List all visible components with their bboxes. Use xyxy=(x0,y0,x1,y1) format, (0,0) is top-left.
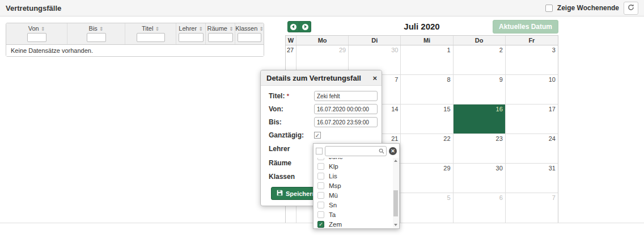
calendar-day-cell[interactable]: 24 xyxy=(506,134,558,163)
calendar-day-cell[interactable]: 15 xyxy=(401,105,453,133)
scrollbar-thumb[interactable] xyxy=(393,190,398,217)
dropdown-option[interactable]: Ta xyxy=(313,210,399,219)
sort-icon[interactable]: ⇕ xyxy=(155,26,159,32)
option-checkbox[interactable] xyxy=(317,163,324,170)
calendar-day-cell[interactable]: 16 xyxy=(454,105,506,133)
day-header-cell: Mo xyxy=(296,36,349,45)
option-label: Msp xyxy=(329,182,341,189)
dropdown-option[interactable]: Lis xyxy=(313,171,399,181)
save-icon xyxy=(277,190,283,197)
calendar-day-cell[interactable]: 2 xyxy=(454,45,506,74)
option-checkbox[interactable] xyxy=(317,211,324,218)
show-weekend-checkbox[interactable] xyxy=(545,5,553,12)
calendar-day-cell[interactable]: 1 xyxy=(401,45,453,74)
refresh-icon xyxy=(628,3,634,13)
option-checkbox[interactable] xyxy=(317,202,324,208)
option-label: Zem xyxy=(329,221,342,228)
titel-input[interactable] xyxy=(314,91,378,101)
calendar-day-cell[interactable]: 22 xyxy=(401,134,453,163)
calendar-day-cell[interactable]: 30 xyxy=(454,164,506,193)
modal-title: Details zum Vertretungsfall xyxy=(266,74,361,82)
calendar-day-cell[interactable]: 6 xyxy=(454,193,506,223)
sort-icon[interactable]: ⇕ xyxy=(198,26,203,32)
calendar-day-cell[interactable]: 9 xyxy=(454,75,506,104)
top-bar-right: Zeige Wochenende xyxy=(545,2,638,15)
titel-row: Titel: * xyxy=(269,91,376,101)
calendar-nav-buttons xyxy=(287,21,311,32)
option-label: Ta xyxy=(329,211,336,218)
raeume-label: Räume xyxy=(269,159,314,167)
arrow-circle-left-icon xyxy=(290,24,296,30)
top-bar: Vertretungsfälle Zeige Wochenende xyxy=(0,0,644,16)
calendar-day-cell[interactable]: 31 xyxy=(506,164,558,193)
dropdown-option-list: Juhe Klp Lis Msp Mü Sn Ta ✓ Zem xyxy=(313,158,399,228)
bis-label: Bis: xyxy=(269,118,314,126)
page-title: Vertretungsfälle xyxy=(6,4,61,12)
table-column-header[interactable]: Räume⇕ xyxy=(206,23,235,44)
calendar-day-cell[interactable]: 8 xyxy=(401,75,453,104)
option-label: Lis xyxy=(329,173,337,179)
next-month-button[interactable] xyxy=(299,21,311,32)
show-weekend-label: Zeige Wochenende xyxy=(557,4,619,12)
table-column-header[interactable]: Titel⇕ xyxy=(125,23,176,44)
clear-search-button[interactable]: ✕ xyxy=(389,147,397,155)
column-filter-input[interactable] xyxy=(87,33,106,42)
option-checkbox[interactable] xyxy=(317,173,324,179)
current-date-button[interactable]: Aktuelles Datum xyxy=(493,20,558,34)
clear-icon: ✕ xyxy=(391,148,395,154)
calendar-day-cell[interactable]: 17 xyxy=(506,105,558,133)
sort-icon[interactable]: ⇕ xyxy=(229,26,234,32)
day-header-cell: W xyxy=(286,36,296,45)
option-label: Klp xyxy=(329,163,338,170)
von-input[interactable] xyxy=(314,104,378,114)
table-column-header[interactable]: Von⇕ xyxy=(6,23,67,44)
refresh-button[interactable] xyxy=(624,2,638,15)
calendar-day-cell[interactable]: 23 xyxy=(454,134,506,163)
modal-header: Details zum Vertretungsfall × xyxy=(261,70,382,86)
close-icon[interactable]: × xyxy=(372,74,377,82)
search-icon xyxy=(379,146,384,156)
dropdown-search-input[interactable] xyxy=(325,146,387,156)
dropdown-option[interactable]: Msp xyxy=(313,181,399,190)
calendar-day-cell[interactable]: 3 xyxy=(506,45,558,74)
klassen-label: Klassen xyxy=(269,173,314,181)
column-label: Titel xyxy=(142,25,153,32)
table-column-header[interactable]: Klassen⇕ xyxy=(235,23,264,44)
table-column-header[interactable]: Lehrer⇕ xyxy=(176,23,206,44)
calendar-day-cell[interactable]: 7 xyxy=(506,193,558,223)
table-column-header[interactable]: Bis⇕ xyxy=(67,23,125,44)
column-filter-input[interactable] xyxy=(238,33,261,42)
option-checkbox[interactable] xyxy=(317,182,324,189)
dropdown-search-row: ✕ xyxy=(313,144,399,158)
column-filter-input[interactable] xyxy=(208,33,233,42)
select-all-checkbox[interactable] xyxy=(316,148,323,155)
sort-icon[interactable]: ⇕ xyxy=(259,26,264,32)
calendar-day-cell[interactable]: 29 xyxy=(401,164,453,193)
column-filter-input[interactable] xyxy=(137,33,165,42)
previous-month-button[interactable] xyxy=(287,21,299,32)
calendar-day-cell[interactable]: 5 xyxy=(401,193,453,223)
sort-icon[interactable]: ⇕ xyxy=(99,26,104,32)
column-filter-input[interactable] xyxy=(27,33,46,42)
dropdown-option[interactable]: Sn xyxy=(313,200,399,210)
column-filter-input[interactable] xyxy=(179,33,204,42)
table-empty-message: Keine Datensätze vorhanden. xyxy=(6,45,264,56)
calendar-day-cell[interactable]: 10 xyxy=(506,75,558,104)
bis-input[interactable] xyxy=(314,117,378,127)
scroll-up-icon[interactable] xyxy=(394,160,397,162)
dropdown-option[interactable]: ✓ Zem xyxy=(313,219,399,228)
option-checkbox[interactable] xyxy=(317,158,324,160)
ganztaegig-row: Ganztägig: ✓ xyxy=(269,130,376,140)
dropdown-option[interactable]: Klp xyxy=(313,161,399,171)
dropdown-option[interactable]: Mü xyxy=(313,190,399,200)
day-header-cell: Do xyxy=(454,36,506,45)
ganztaegig-checkbox[interactable]: ✓ xyxy=(314,132,321,139)
sort-icon[interactable]: ⇕ xyxy=(41,26,45,32)
dropdown-scrollbar[interactable] xyxy=(393,158,399,228)
option-checkbox[interactable] xyxy=(317,192,324,199)
save-button-label: Speichern xyxy=(286,190,316,197)
day-header-cell: Di xyxy=(349,36,401,45)
scroll-down-icon[interactable] xyxy=(394,224,397,226)
option-checkbox[interactable]: ✓ xyxy=(317,221,324,228)
column-label: Bis xyxy=(89,25,98,32)
